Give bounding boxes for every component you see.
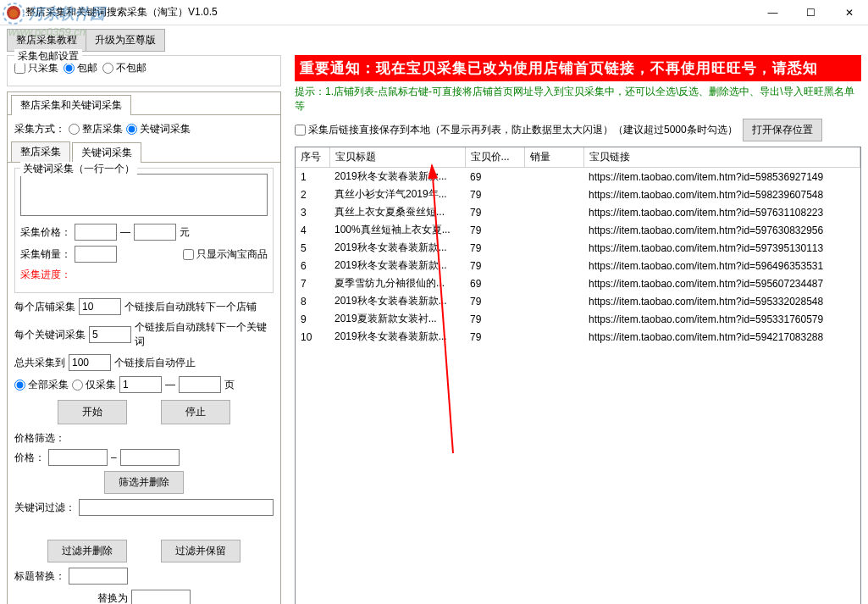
table-row[interactable]: 62019秋冬女装春装新款...79https://item.taobao.co… xyxy=(296,257,860,274)
price-to-input[interactable] xyxy=(134,224,176,241)
price-filter-delete-button[interactable]: 筛选并删除 xyxy=(104,471,184,494)
kw-filter-label: 关键词过滤： xyxy=(14,501,75,515)
collect-all-radio[interactable]: 全部采集 xyxy=(14,378,69,392)
window-maximize[interactable]: ☐ xyxy=(792,0,830,25)
window-title: 整店采集和关键词搜索采集（淘宝）V1.0.5 xyxy=(25,5,754,19)
app-icon xyxy=(7,6,20,19)
table-row[interactable]: 52019秋冬女装春装新款...79https://item.taobao.co… xyxy=(296,239,860,257)
tab-collection[interactable]: 整店采集和关键词采集 xyxy=(11,95,131,115)
col-link[interactable]: 宝贝链接 xyxy=(583,147,860,168)
tutorial-button[interactable]: 整店采集教程 xyxy=(7,29,86,52)
table-row[interactable]: 102019秋冬女装春装新款...79https://item.taobao.c… xyxy=(296,328,860,346)
price-from-input[interactable] xyxy=(75,224,117,241)
table-row[interactable]: 92019夏装新款女装衬...79https://item.taobao.com… xyxy=(296,310,860,328)
window-titlebar: 整店采集和关键词搜索采集（淘宝）V1.0.5 — ☐ ✕ xyxy=(0,0,868,25)
main-tabs: 整店采集和关键词采集 采集方式： 整店采集 关键词采集 整店采集 关键词采集 关… xyxy=(7,91,281,604)
notice-red: 重要通知：现在宝贝采集已改为使用店铺首页链接，不再使用旺旺号，请悉知 xyxy=(295,55,861,81)
per-kw-input[interactable] xyxy=(89,326,131,343)
filter-delete-button[interactable]: 过滤并删除 xyxy=(47,540,127,562)
upgrade-button[interactable]: 升级为至尊版 xyxy=(86,29,165,52)
open-save-location-button[interactable]: 打开保存位置 xyxy=(743,119,822,141)
replace-to-input[interactable] xyxy=(131,590,191,604)
per-shop-label: 每个店铺采集 xyxy=(14,300,75,314)
shipping-title: 采集包邮设置 xyxy=(14,49,82,64)
window-close[interactable]: ✕ xyxy=(830,0,868,25)
keyword-textarea[interactable] xyxy=(20,174,268,216)
shipping-fieldset: 采集包邮设置 只采集 包邮 不包邮 xyxy=(7,55,281,86)
col-index[interactable]: 序号 xyxy=(296,147,329,168)
filter-keep-button[interactable]: 过滤并保留 xyxy=(161,540,240,562)
table-row[interactable]: 7夏季雪纺九分袖很仙的...69https://item.taobao.com/… xyxy=(296,274,860,292)
taobao-only-checkbox[interactable]: 只显示淘宝商品 xyxy=(183,247,268,262)
range-to-input[interactable] xyxy=(179,376,221,393)
total-input[interactable] xyxy=(69,354,111,371)
col-price[interactable]: 宝贝价... xyxy=(465,147,524,168)
table-row[interactable]: 2真丝小衫女洋气2019年...79https://item.taobao.co… xyxy=(296,186,860,203)
collect-only-radio[interactable]: 仅采集 xyxy=(72,378,116,392)
col-sales[interactable]: 销量 xyxy=(524,147,583,168)
mode-label: 采集方式： xyxy=(14,122,65,136)
total-label: 总共采集到 xyxy=(14,356,65,370)
inner-tab-keyword[interactable]: 关键词采集 xyxy=(72,142,141,163)
per-kw-label: 每个关键词采集 xyxy=(14,328,86,342)
price-filter-from[interactable] xyxy=(48,449,108,466)
progress-label: 采集进度： xyxy=(20,268,268,282)
sales-input[interactable] xyxy=(75,246,117,263)
replace-from-input[interactable] xyxy=(69,568,128,585)
result-table[interactable]: 序号 宝贝标题 宝贝价... 销量 宝贝链接 12019秋冬女装春装新款...6… xyxy=(295,147,861,604)
not-free-shipping-radio[interactable]: 不包邮 xyxy=(102,61,147,75)
start-button[interactable]: 开始 xyxy=(58,400,127,424)
save-local-checkbox[interactable]: 采集后链接直接保存到本地（不显示再列表，防止数据里太大闪退）（建议超过5000条… xyxy=(295,123,738,137)
keyword-box-title: 关键词采集（一行一个） xyxy=(20,162,137,176)
table-row[interactable]: 12019秋冬女装春装新款...69https://item.taobao.co… xyxy=(296,168,860,186)
price-range-label: 采集价格： xyxy=(20,225,71,240)
col-title[interactable]: 宝贝标题 xyxy=(329,147,465,168)
keyword-input-box: 关键词采集（一行一个） 采集价格： — 元 采集销量： 只显示淘宝商品 xyxy=(14,168,274,293)
kw-filter-input[interactable] xyxy=(79,499,274,516)
per-shop-input[interactable] xyxy=(79,298,121,315)
mode-whole-radio[interactable]: 整店采集 xyxy=(69,122,123,136)
table-row[interactable]: 3真丝上衣女夏桑蚕丝短...79https://item.taobao.com/… xyxy=(296,203,860,221)
price-filter-label: 价格： xyxy=(14,451,45,465)
table-row[interactable]: 4100%真丝短袖上衣女夏...79https://item.taobao.co… xyxy=(296,221,860,239)
sales-label: 采集销量： xyxy=(20,247,71,262)
window-minimize[interactable]: — xyxy=(754,0,792,25)
mode-keyword-radio[interactable]: 关键词采集 xyxy=(126,122,191,136)
notice-green: 提示：1.店铺列表-点鼠标右键-可直接将店铺首页网址导入到宝贝采集中，还可以全选… xyxy=(295,83,861,119)
range-from-input[interactable] xyxy=(119,376,162,393)
inner-tab-whole[interactable]: 整店采集 xyxy=(11,141,70,162)
table-row[interactable]: 82019秋冬女装春装新款...79https://item.taobao.co… xyxy=(296,292,860,310)
price-filter-to[interactable] xyxy=(120,449,180,466)
title-replace-label: 标题替换： xyxy=(14,569,65,584)
stop-button[interactable]: 停止 xyxy=(161,400,230,424)
price-filter-title: 价格筛选： xyxy=(14,431,274,446)
